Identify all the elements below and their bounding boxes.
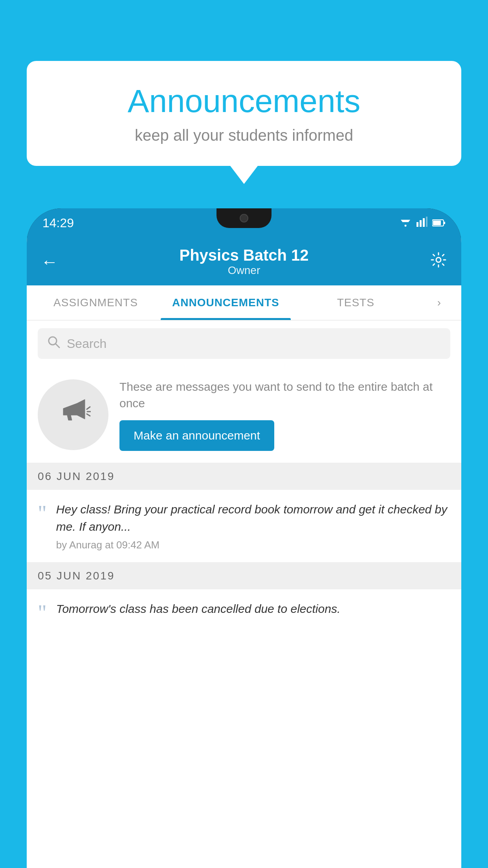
tab-tests[interactable]: TESTS bbox=[291, 285, 421, 320]
date-separator-2: 05 JUN 2019 bbox=[27, 563, 461, 589]
batch-title: Physics Batch 12 bbox=[179, 246, 308, 264]
announcement-item-1: " Hey class! Bring your practical record… bbox=[27, 490, 461, 563]
announcement-text-1: Hey class! Bring your practical record b… bbox=[56, 501, 450, 535]
role-label: Owner bbox=[179, 264, 308, 277]
svg-line-13 bbox=[87, 407, 90, 409]
svg-rect-6 bbox=[426, 217, 427, 227]
tabs-bar: ASSIGNMENTS ANNOUNCEMENTS TESTS › bbox=[27, 285, 461, 320]
svg-line-12 bbox=[55, 344, 59, 348]
date-separator-1: 06 JUN 2019 bbox=[27, 463, 461, 490]
announcement-meta-1: by Anurag at 09:42 AM bbox=[56, 539, 450, 551]
make-announcement-button[interactable]: Make an announcement bbox=[119, 420, 274, 451]
phone-screen: ← Physics Batch 12 Owner ASSIGNMENTS ANN… bbox=[27, 238, 461, 868]
status-time: 14:29 bbox=[42, 216, 74, 230]
status-icons bbox=[399, 217, 446, 230]
quote-icon-2: " bbox=[38, 600, 47, 624]
announcements-subtitle: keep all your students informed bbox=[50, 127, 438, 144]
announcement-prompt: These are messages you want to send to t… bbox=[27, 367, 461, 463]
search-container: Search bbox=[27, 320, 461, 367]
svg-rect-4 bbox=[420, 220, 422, 227]
phone-notch bbox=[216, 208, 272, 228]
search-icon bbox=[47, 335, 61, 352]
search-placeholder: Search bbox=[67, 337, 106, 351]
phone-frame: 14:29 bbox=[27, 208, 461, 868]
wifi-icon bbox=[399, 217, 412, 230]
svg-line-15 bbox=[87, 414, 90, 416]
tab-announcements[interactable]: ANNOUNCEMENTS bbox=[161, 285, 291, 320]
megaphone-circle bbox=[38, 379, 108, 450]
battery-icon bbox=[432, 217, 446, 230]
announcement-content-1: Hey class! Bring your practical record b… bbox=[56, 501, 450, 551]
svg-rect-8 bbox=[444, 222, 445, 224]
announcement-right: These are messages you want to send to t… bbox=[119, 379, 450, 451]
announcement-text-2: Tomorrow's class has been cancelled due … bbox=[56, 600, 450, 618]
quote-icon-1: " bbox=[38, 501, 47, 524]
header-title-area: Physics Batch 12 Owner bbox=[179, 246, 308, 277]
back-button[interactable]: ← bbox=[41, 252, 58, 272]
speech-bubble-container: Announcements keep all your students inf… bbox=[27, 61, 461, 166]
tab-assignments[interactable]: ASSIGNMENTS bbox=[31, 285, 161, 320]
announcement-description: These are messages you want to send to t… bbox=[119, 379, 450, 412]
svg-point-2 bbox=[405, 225, 407, 227]
signal-icon bbox=[416, 217, 427, 230]
announcement-content-2: Tomorrow's class has been cancelled due … bbox=[56, 600, 450, 622]
front-camera bbox=[240, 214, 248, 223]
status-bar: 14:29 bbox=[27, 208, 461, 238]
svg-rect-5 bbox=[423, 218, 425, 227]
app-header: ← Physics Batch 12 Owner bbox=[27, 238, 461, 285]
megaphone-icon bbox=[55, 394, 91, 436]
speech-bubble: Announcements keep all your students inf… bbox=[27, 61, 461, 166]
svg-point-10 bbox=[436, 257, 441, 262]
svg-rect-3 bbox=[416, 222, 418, 227]
announcement-item-2: " Tomorrow's class has been cancelled du… bbox=[27, 589, 461, 635]
tab-more-icon[interactable]: › bbox=[421, 285, 457, 320]
svg-rect-9 bbox=[433, 221, 441, 225]
announcements-title: Announcements bbox=[50, 83, 438, 120]
settings-button[interactable] bbox=[430, 251, 447, 272]
search-bar[interactable]: Search bbox=[38, 328, 450, 359]
